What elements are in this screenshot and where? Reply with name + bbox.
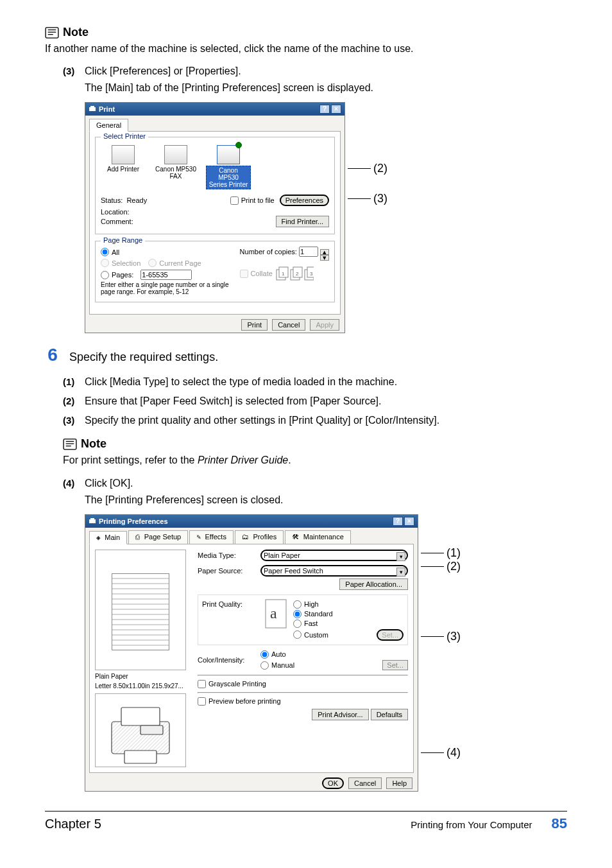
printer-small-icon xyxy=(89,105,96,113)
note-heading-2: Note xyxy=(63,437,567,451)
tab-main[interactable]: ◈ Main xyxy=(89,531,127,544)
grayscale-checkbox[interactable]: Grayscale Printing xyxy=(198,680,408,688)
callout-pref-2: (2) xyxy=(446,560,461,573)
page-preview xyxy=(95,550,186,670)
midstep1-text: Click [Media Type] to select the type of… xyxy=(85,374,397,390)
printer-fax-label: Canon MP530 FAX xyxy=(153,166,198,180)
midstep3-text: Specify the print quality and other sett… xyxy=(85,413,439,428)
color-intensity-label: Color/Intensity: xyxy=(198,656,257,664)
help-icon[interactable]: ? xyxy=(393,517,403,526)
set-color-button: Set... xyxy=(382,660,408,670)
chevron-down-icon[interactable]: ▾ xyxy=(396,552,405,561)
callout-print-3: (3) xyxy=(373,192,387,205)
radio-standard[interactable]: Standard xyxy=(293,610,404,618)
step3-num: (3) xyxy=(63,65,85,76)
svg-text:a: a xyxy=(270,605,277,621)
printing-preferences-dialog: Printing Preferences ? × ◈ Main ⎙ Page S… xyxy=(85,514,418,792)
big-step-text: Specify the required settings. xyxy=(69,351,218,364)
tab-maintenance[interactable]: 🛠 Maintenance xyxy=(285,530,351,544)
svg-rect-22 xyxy=(121,707,160,725)
cancel-button[interactable]: Cancel xyxy=(348,777,382,789)
midstep1-num: (1) xyxy=(63,376,85,387)
printer-illustration xyxy=(95,693,186,767)
svg-text:1: 1 xyxy=(282,271,285,277)
radio-pages[interactable]: Pages: xyxy=(101,270,240,280)
step4-sub: The [Printing Preferences] screen is clo… xyxy=(85,492,567,508)
pref-titlebar: Printing Preferences ? × xyxy=(85,515,418,528)
copies-down[interactable]: ▾ xyxy=(320,255,329,261)
pages-help: Enter either a single page number or a s… xyxy=(101,281,240,295)
printer-series-label: Canon MP530 Series Printer xyxy=(206,166,251,189)
ok-button[interactable]: OK xyxy=(322,777,344,789)
collate-icon: 123 xyxy=(275,266,314,281)
page-footer: Chapter 5 Printing from Your Computer 85 xyxy=(45,811,567,832)
preferences-button[interactable]: Preferences xyxy=(280,195,329,206)
tab-effects[interactable]: ✎ Effects xyxy=(189,530,234,544)
tab-page-setup[interactable]: ⎙ Page Setup xyxy=(128,530,188,544)
note-block-2: Note For print settings, refer to the Pr… xyxy=(63,437,567,467)
tab-profiles[interactable]: 🗂 Profiles xyxy=(235,530,284,544)
preview-before-checkbox[interactable]: Preview before printing xyxy=(198,697,408,706)
radio-current-page: Current Page xyxy=(148,259,201,267)
print-dialog: Print ? × General Select Printer Add Pri… xyxy=(85,102,345,333)
radio-selection: Selection xyxy=(101,259,140,267)
group-page-range: Page Range xyxy=(101,236,145,244)
media-type-select[interactable]: Plain Paper▾ xyxy=(260,550,408,561)
step4-text: Click [OK]. xyxy=(85,476,133,491)
collate-checkbox: Collate 123 xyxy=(240,266,329,281)
radio-manual[interactable]: Manual xyxy=(260,661,294,670)
midstep2-num: (2) xyxy=(63,395,85,406)
svg-text:2: 2 xyxy=(296,271,299,277)
printer-small-icon xyxy=(89,517,96,525)
defaults-button[interactable]: Defaults xyxy=(371,709,408,720)
svg-rect-24 xyxy=(140,725,163,734)
radio-fast[interactable]: Fast xyxy=(293,620,404,628)
note-heading: Note xyxy=(45,26,567,39)
close-icon[interactable]: × xyxy=(331,105,341,114)
radio-auto[interactable]: Auto xyxy=(260,650,408,659)
print-button[interactable]: Print xyxy=(241,319,268,331)
radio-custom[interactable]: Custom xyxy=(293,630,328,639)
pages-input[interactable] xyxy=(140,270,192,280)
set-quality-button[interactable]: Set... xyxy=(377,629,404,641)
svg-rect-15 xyxy=(64,439,76,449)
paper-source-label: Paper Source: xyxy=(198,567,257,575)
svg-text:3: 3 xyxy=(310,271,313,277)
media-type-label: Media Type: xyxy=(198,551,257,559)
copies-input[interactable] xyxy=(299,247,318,257)
print-advisor-button[interactable]: Print Advisor... xyxy=(312,709,368,720)
step3-sub: The [Main] tab of the [Printing Preferen… xyxy=(85,80,567,96)
print-to-file-checkbox[interactable]: Print to file xyxy=(230,196,275,205)
cancel-button[interactable]: Cancel xyxy=(272,319,305,331)
print-quality-label: Print Quality: xyxy=(202,599,261,641)
comment-label: Comment: xyxy=(101,218,133,225)
radio-high[interactable]: High xyxy=(293,600,404,609)
big-step-6: 6 Specify the required settings. xyxy=(45,345,567,365)
help-icon[interactable]: ? xyxy=(319,105,330,114)
paper-source-select[interactable]: Paper Feed Switch▾ xyxy=(260,565,408,577)
help-button[interactable]: Help xyxy=(386,777,412,789)
tab-general[interactable]: General xyxy=(89,119,128,132)
note1-text: If another name of the machine is select… xyxy=(45,42,567,56)
printer-fax[interactable]: Canon MP530 FAX xyxy=(153,145,198,180)
note-label: Note xyxy=(63,26,89,39)
preview-paper-type: Plain Paper xyxy=(95,673,191,680)
step4-num: (4) xyxy=(63,478,85,489)
paper-allocation-button[interactable]: Paper Allocation... xyxy=(339,578,408,590)
radio-all[interactable]: All xyxy=(101,248,240,256)
group-select-printer: Select Printer xyxy=(101,132,148,140)
note-icon xyxy=(63,438,77,450)
close-icon[interactable]: × xyxy=(404,517,414,526)
printer-add[interactable]: Add Printer xyxy=(101,145,146,173)
callout-print-2: (2) xyxy=(373,162,387,175)
chevron-down-icon[interactable]: ▾ xyxy=(396,568,405,577)
printer-series[interactable]: Canon MP530 Series Printer xyxy=(206,145,251,189)
pref-title: Printing Preferences xyxy=(99,517,168,525)
printer-add-label: Add Printer xyxy=(101,166,146,173)
preview-paper-size: Letter 8.50x11.00in 215.9x27... xyxy=(95,682,191,690)
find-printer-button[interactable]: Find Printer... xyxy=(276,216,329,227)
note-label-2: Note xyxy=(81,437,106,451)
footer-chapter: Chapter 5 xyxy=(45,817,101,831)
quality-icon: a xyxy=(265,599,287,629)
location-label: Location: xyxy=(101,208,130,216)
